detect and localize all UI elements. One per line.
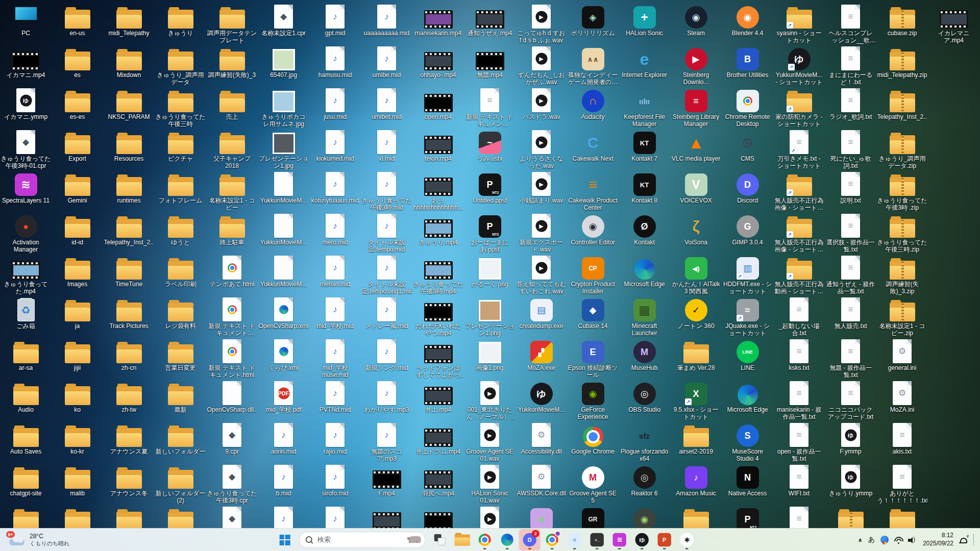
start-button[interactable] bbox=[274, 529, 296, 550]
ime-indicator[interactable]: あ bbox=[868, 535, 875, 544]
desktop-icon[interactable]: きゅうり.mp4 bbox=[412, 212, 464, 254]
desktop-icon[interactable]: だれだFXいれたやつ.mp4 bbox=[412, 296, 464, 338]
desktop-icon[interactable]: 名称未設定1 - コピー.zip bbox=[876, 296, 928, 338]
desktop-icon[interactable]: ゆうと bbox=[155, 212, 206, 254]
desktop-icon[interactable]: 無題.mp4 bbox=[464, 45, 516, 87]
taskbar-button-task-view[interactable] bbox=[429, 529, 451, 550]
search-input[interactable]: 検索 bbox=[299, 532, 426, 548]
desktop-icon[interactable]: 筆まめ Ver.28 bbox=[670, 338, 722, 380]
notification-bell-icon[interactable]: z bbox=[959, 536, 967, 544]
desktop-icon[interactable]: Audio bbox=[0, 380, 52, 421]
desktop-icon[interactable]: ar-sa bbox=[0, 338, 52, 380]
desktop-icon[interactable]: ♪hamusu.mid bbox=[309, 45, 361, 87]
desktop-icon[interactable]: sfzPlogue sforzando x64 bbox=[619, 421, 670, 463]
desktop-icon[interactable]: ゆイカマニ.ymmp bbox=[0, 87, 52, 129]
desktop-icon[interactable]: ▶HALion Sonic 01.wav bbox=[464, 463, 516, 505]
desktop-icon[interactable]: イカレマニア.mp4 bbox=[928, 3, 979, 45]
desktop-icon[interactable]: きゅうりボカコレ用サムネ.jpg bbox=[258, 87, 309, 129]
volume-icon[interactable]: ) bbox=[908, 537, 917, 543]
desktop-icon[interactable]: ≡死にたい_ゅ歌詞.txt bbox=[825, 129, 876, 170]
desktop-icon[interactable]: ▶ずんだもん_しおかぜふ.wav bbox=[516, 45, 567, 87]
desktop-icon[interactable]: ▲VLC media player bbox=[670, 129, 722, 170]
desktop-icon[interactable]: アナウンス夏 bbox=[103, 421, 155, 463]
desktop-icon[interactable]: ▶Groove Agent SE 01.wav bbox=[464, 421, 516, 463]
desktop-icon[interactable]: CCakewalk Next bbox=[567, 129, 619, 170]
desktop-icon[interactable]: ◉Controller Editor bbox=[567, 212, 619, 254]
desktop-icon[interactable]: ØKontakt bbox=[619, 212, 670, 254]
desktop-icon[interactable]: SMuseScore Studio 4 bbox=[722, 421, 773, 463]
desktop-icon[interactable]: Auto Saves bbox=[0, 421, 52, 463]
desktop-icon[interactable]: きゅうり食ってた午後3時 .zip bbox=[876, 170, 928, 212]
desktop-icon[interactable]: ◈ポリリリリズム bbox=[567, 3, 619, 45]
desktop-icon[interactable]: アナウンス冬 bbox=[103, 463, 155, 505]
desktop-icon[interactable]: ◆きゅうり食ってた午後3時-01.cpr bbox=[0, 129, 52, 170]
desktop-icon[interactable]: ♻ごみ箱 bbox=[0, 296, 52, 338]
taskbar-button-edge[interactable] bbox=[497, 529, 518, 550]
desktop-icon[interactable]: ♪rajio.mid bbox=[309, 421, 361, 463]
desktop-icon[interactable]: ↗syasinn - ショートカット bbox=[773, 3, 825, 45]
desktop-icon[interactable]: フォトフレーム bbox=[155, 170, 206, 212]
desktop-icon[interactable]: Microsoft Edge bbox=[722, 380, 773, 421]
desktop-icon[interactable]: イカマニ.mp4 bbox=[0, 45, 52, 87]
desktop-icon[interactable]: Images bbox=[52, 254, 103, 296]
desktop-icon[interactable]: ⚙Accessibility.dll bbox=[516, 421, 567, 463]
desktop-icon[interactable]: ゆ↗YukkuriMovieM... - ショートカット bbox=[773, 45, 825, 87]
desktop-icon[interactable]: TimeTune bbox=[103, 254, 155, 296]
taskbar-button-chatgpt[interactable]: ∗ bbox=[676, 529, 698, 550]
desktop-icon[interactable]: +HALion Sonic bbox=[619, 3, 670, 45]
desktop-icon[interactable]: PNT2おーばーまにあ.ppsf bbox=[464, 212, 516, 254]
desktop-icon[interactable]: YukkuriMovieM... bbox=[258, 212, 309, 254]
desktop-icon[interactable]: ≡無題 - 親作品一覧.txt bbox=[825, 338, 876, 380]
desktop-icon[interactable]: ⊙CMS bbox=[722, 129, 773, 170]
desktop-icon[interactable]: 新しいフォルダー (2) bbox=[155, 463, 206, 505]
desktop-icon[interactable]: ≡通知うぜえ - 親作品一覧.txt bbox=[825, 254, 876, 296]
desktop-icon[interactable]: ▶小銭詰まり.wav bbox=[516, 170, 567, 212]
wifi-icon[interactable] bbox=[894, 537, 902, 543]
desktop-icon[interactable]: ♪メドレー風.mid bbox=[361, 296, 412, 338]
desktop-icon[interactable]: ▶こってゅh d すお f d s b ふぉ.wav bbox=[516, 3, 567, 45]
desktop-icon[interactable]: ≡WIFI.txt bbox=[773, 463, 825, 505]
desktop-icon[interactable]: ヘッドフォンはずしててよかっt.mp4 bbox=[412, 338, 464, 380]
desktop-icon[interactable]: 井上ドラム.mp4 bbox=[412, 421, 464, 463]
desktop-icon[interactable]: 売上 bbox=[206, 87, 258, 129]
desktop-icon[interactable]: ♪umibet.mid bbox=[361, 87, 412, 129]
desktop-icon[interactable]: Gemini bbox=[52, 170, 103, 212]
desktop-icon[interactable]: ↗無人販売不正行為動画 - ショートカット bbox=[773, 254, 825, 296]
desktop-icon[interactable]: 父子キャンプ2018 bbox=[206, 129, 258, 170]
desktop-icon[interactable]: ♪kiokumed.mid bbox=[309, 129, 361, 170]
taskbar-button-discord[interactable]: D2 bbox=[519, 529, 541, 550]
desktop-icon[interactable]: ◎Reaktor 6 bbox=[619, 463, 670, 505]
desktop-icon[interactable]: ∧∧孤独なインディーゲーム開発者の一生 ... bbox=[567, 45, 619, 87]
desktop-icon[interactable]: VVOICEVOX bbox=[670, 170, 722, 212]
desktop-icon[interactable]: Chrome Remote Desktop bbox=[722, 87, 773, 129]
taskbar-button-chrome[interactable] bbox=[474, 529, 496, 550]
desktop-icon[interactable]: ↗無人販売不正行為画像 - ショートカット bbox=[773, 212, 825, 254]
desktop-icon[interactable]: jijii bbox=[52, 338, 103, 380]
desktop-icon[interactable]: ≡_起動しない場合.txt bbox=[773, 296, 825, 338]
desktop-icon[interactable]: ゆF.ymmp bbox=[825, 421, 876, 463]
desktop-icon[interactable]: ≡Steinberg Library Manager bbox=[670, 87, 722, 129]
desktop-icon[interactable]: Track Pictures bbox=[103, 296, 155, 338]
desktop-icon[interactable]: ♪umibe.mid bbox=[361, 45, 412, 87]
desktop-icon[interactable]: ≡選択肢 - 親作品一覧.txt bbox=[825, 212, 876, 254]
taskbar-button-terminal[interactable]: >_ bbox=[586, 529, 608, 550]
desktop-icon[interactable]: es bbox=[52, 45, 103, 87]
desktop-icon[interactable]: ▶新規エクスポート.wav bbox=[516, 212, 567, 254]
desktop-icon[interactable]: きゅうり食ってた午後三時.zip bbox=[876, 212, 928, 254]
desktop-icon[interactable]: Google Chrome bbox=[567, 421, 619, 463]
desktop-icon[interactable]: OpenCvSharp.xml bbox=[258, 296, 309, 338]
desktop-icon[interactable]: chatgpt-site bbox=[0, 463, 52, 505]
desktop-icon[interactable]: ▦Minecraft Launcher bbox=[619, 296, 670, 338]
desktop-icon[interactable]: ✓ノートン 360 bbox=[670, 296, 722, 338]
desktop-icon[interactable]: ラベル印刷 bbox=[155, 254, 206, 296]
desktop-icon[interactable]: Export bbox=[52, 129, 103, 170]
desktop-icon[interactable]: ▶答え知っててもむずいわこれ.wav bbox=[516, 254, 567, 296]
desktop-icon[interactable]: ♪きゅうり食ってた午後3時.mid bbox=[361, 170, 412, 212]
desktop-icon[interactable]: 調声練習(失敗)_3 bbox=[206, 45, 258, 87]
desktop-icon[interactable]: 営業日変更 bbox=[155, 338, 206, 380]
desktop-icon[interactable]: PDFmid_学校.pdf bbox=[258, 380, 309, 421]
desktop-icon[interactable]: id-id bbox=[52, 212, 103, 254]
desktop-icon[interactable]: ♪kotusytuaaus.mid bbox=[309, 170, 361, 212]
desktop-icon[interactable]: ≡↗万引きメモ.txt - ショートカット bbox=[773, 129, 825, 170]
desktop-icon[interactable]: open.mp4 bbox=[412, 87, 464, 129]
